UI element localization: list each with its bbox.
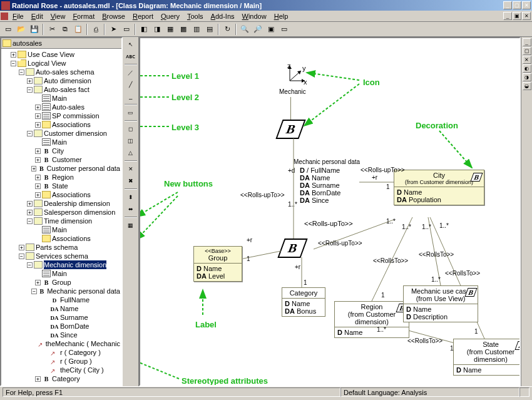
tree-item[interactable]: −Auto-sales fact [3, 85, 120, 94]
expand-icon[interactable]: + [35, 113, 41, 119]
mdi-restore-button[interactable]: ▣ [513, 12, 521, 20]
tree-item[interactable]: DASince [3, 331, 120, 339]
tree-item[interactable]: +SP commission [3, 111, 120, 120]
tree-item[interactable]: +BCategory [3, 374, 120, 383]
tree-item[interactable]: −Services schema [3, 252, 120, 260]
close-button[interactable]: ✕ [522, 1, 531, 9]
toolbar-new-button[interactable]: ▭ [2, 23, 14, 36]
expand-icon[interactable]: − [27, 218, 33, 224]
tree-item[interactable]: Main [3, 269, 120, 278]
menu-help[interactable]: Help [270, 12, 292, 21]
tree-item[interactable]: +Auto-sales [3, 103, 120, 111]
menu-query[interactable]: Query [157, 12, 183, 21]
mdi-minimize-button[interactable]: _ [503, 12, 512, 20]
palette-line2-button[interactable]: ╱ [125, 79, 137, 90]
menu-edit[interactable]: Edit [28, 12, 47, 21]
expand-icon[interactable]: + [35, 183, 41, 189]
palette-x4-button[interactable]: ⬌ [125, 203, 137, 215]
palette-x1-button[interactable]: ✕ [125, 163, 137, 175]
expand-icon[interactable]: + [19, 245, 24, 250]
region-class[interactable]: Region(from Customer dimension) D Name B [334, 301, 409, 338]
city-class[interactable]: City(from Customer dimension) D NameDA P… [394, 170, 484, 205]
personal-b-box[interactable]: B [277, 238, 308, 258]
tree-item[interactable]: DASurname [3, 313, 120, 322]
state-class[interactable]: State(from Customer dimension) D Name B [453, 339, 521, 376]
toolbar-cut-button[interactable]: ✂ [46, 23, 58, 36]
palette-gen-button[interactable]: △ [125, 147, 137, 158]
tree-item[interactable]: +Parts schema [3, 243, 120, 252]
toolbar-open-button[interactable]: 📂 [15, 23, 28, 36]
expand-icon[interactable]: − [19, 69, 24, 75]
expand-icon[interactable]: − [19, 254, 24, 259]
expand-icon[interactable]: + [35, 376, 41, 382]
tree-item[interactable]: DABornDate [3, 322, 120, 331]
toolbar-a2-button[interactable]: ◨ [151, 23, 163, 36]
toolbar-save-button[interactable]: 💾 [28, 23, 41, 36]
category-class[interactable]: Category D NameDA Bonus [282, 287, 325, 317]
tree-item[interactable]: Main [3, 94, 120, 103]
toolbar-reload-button[interactable]: ↻ [221, 23, 233, 36]
expand-icon[interactable]: − [31, 289, 36, 294]
expand-icon[interactable]: + [35, 175, 41, 180]
expand-icon[interactable]: − [27, 262, 33, 268]
expand-icon[interactable]: + [35, 122, 41, 128]
expand-icon[interactable]: + [27, 210, 33, 215]
menu-add-ins[interactable]: Add-Ins [207, 12, 238, 21]
tree-item[interactable]: Associations [3, 234, 120, 243]
toolbar-win-button[interactable]: ▭ [278, 23, 290, 36]
toolbar-copy-button[interactable]: ⧉ [59, 23, 71, 36]
tree-item[interactable]: Main [3, 225, 120, 234]
expand-icon[interactable]: + [35, 280, 41, 285]
tree-item[interactable]: r ( Category ) [3, 348, 120, 357]
toolbar-paste-button[interactable]: 📋 [72, 23, 84, 36]
expand-icon[interactable]: + [27, 78, 33, 84]
tree-item[interactable]: −Auto-sales schema [3, 68, 120, 76]
tree-item[interactable]: +BCustomer [3, 155, 120, 164]
toolbar-print-button[interactable]: ⎙ [90, 23, 102, 36]
menu-browse[interactable]: Browse [98, 12, 129, 21]
maximize-button[interactable]: ▢ [513, 1, 521, 9]
tree-item[interactable]: +Dealership dimension [3, 199, 120, 208]
tree-item[interactable]: +Salesperson dimension [3, 208, 120, 217]
palette-x3-button[interactable]: ⬍ [125, 192, 137, 203]
menu-tools[interactable]: Tools [183, 12, 207, 21]
tree-item[interactable]: −Customer dimension [3, 129, 120, 138]
menu-view[interactable]: View [47, 12, 69, 21]
sidebar-btn-3[interactable]: ◐ [523, 64, 531, 73]
sidebar-btn-0[interactable]: _ [523, 38, 531, 46]
palette-box-button[interactable]: ▭ [125, 107, 137, 118]
tree-item[interactable]: +Associations [3, 120, 120, 129]
tree-item[interactable]: +Auto dimension [3, 76, 120, 85]
palette-x2-button[interactable]: ✖ [125, 175, 137, 187]
expand-icon[interactable]: + [35, 157, 41, 163]
toolbar-zin-button[interactable]: 🔍 [238, 23, 251, 36]
expand-icon[interactable]: − [27, 131, 33, 136]
toolbar-a4-button[interactable]: ▩ [177, 23, 190, 36]
tree-item[interactable]: +BGroup [3, 278, 120, 287]
tree-item[interactable]: +BRegion [3, 173, 120, 182]
palette-line1-button[interactable]: ／ [125, 67, 137, 78]
expand-icon[interactable]: + [35, 105, 41, 110]
tree-item[interactable]: +BCustomer personal data [3, 164, 120, 173]
toolbar-zout-button[interactable]: 🔎 [252, 23, 264, 36]
mechanic-usecase-class[interactable]: Mechanic use case(from Use View) D NameD… [403, 285, 478, 322]
tree-item[interactable]: +BCity [3, 146, 120, 155]
tree-item[interactable]: +BState [3, 182, 120, 190]
palette-abc-button[interactable]: ᴀʙᴄ [125, 51, 137, 62]
tree-item[interactable]: DAName [3, 304, 120, 313]
sidebar-btn-2[interactable]: ✕ [523, 56, 531, 64]
palette-line3-button[interactable]: ⎯ [125, 91, 137, 102]
menu-file[interactable]: File [9, 12, 28, 21]
palette-gr-button[interactable]: ▦ [125, 220, 137, 231]
mechanic-box[interactable]: B [275, 120, 306, 139]
menu-format[interactable]: Format [69, 12, 98, 21]
expand-icon[interactable]: − [11, 61, 16, 66]
mdi-icon[interactable] [1, 13, 8, 20]
mdi-close-button[interactable]: ✕ [522, 12, 531, 20]
tree-item[interactable]: −Time dimension [3, 217, 120, 225]
expand-icon[interactable]: + [35, 192, 41, 198]
expand-icon[interactable]: + [27, 201, 33, 207]
tree-item[interactable]: theMechanic ( Mechanic [3, 339, 120, 348]
tree-item[interactable]: +Use Case View [3, 50, 120, 59]
toolbar-a5-button[interactable]: ▥ [190, 23, 203, 36]
